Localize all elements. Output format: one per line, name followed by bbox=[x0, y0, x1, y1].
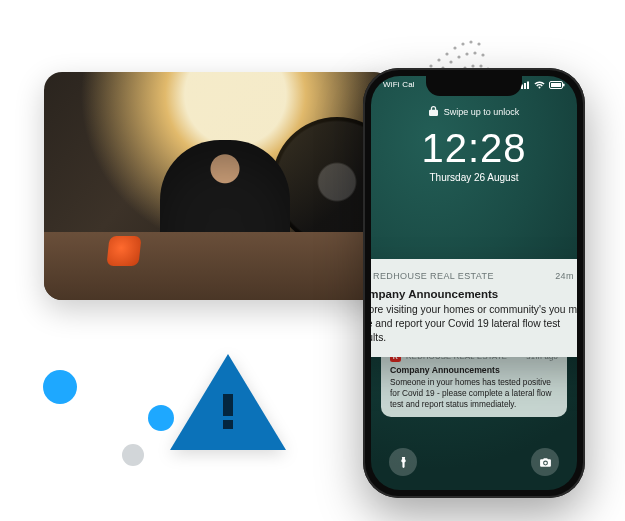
svg-point-15 bbox=[481, 53, 484, 56]
accent-dot bbox=[43, 370, 77, 404]
svg-point-6 bbox=[469, 40, 472, 43]
svg-rect-30 bbox=[563, 83, 565, 86]
svg-rect-27 bbox=[527, 81, 529, 89]
svg-point-13 bbox=[465, 52, 468, 55]
lock-date: Thursday 26 August bbox=[371, 172, 577, 183]
notification-body: Someone in your homes has tested positiv… bbox=[390, 377, 558, 409]
svg-rect-29 bbox=[551, 83, 561, 87]
notification-expanded[interactable]: R REDHOUSE REAL ESTATE 24m ago Company A… bbox=[371, 259, 577, 357]
stage: WiFi Cal Swipe up to unlo bbox=[0, 0, 625, 521]
notification-body: Before visiting your homes or community'… bbox=[371, 303, 577, 345]
camera-button[interactable] bbox=[531, 448, 559, 476]
swipe-label: Swipe up to unlock bbox=[444, 107, 520, 117]
svg-point-7 bbox=[477, 42, 480, 45]
lock-clock: 12:28 bbox=[371, 126, 577, 171]
svg-point-5 bbox=[461, 42, 464, 45]
notch bbox=[426, 76, 522, 96]
svg-point-14 bbox=[473, 51, 476, 54]
svg-point-4 bbox=[453, 46, 456, 49]
svg-rect-26 bbox=[524, 83, 526, 89]
svg-point-11 bbox=[449, 60, 452, 63]
notification-title: Company Announcements bbox=[371, 288, 577, 300]
app-name: REDHOUSE REAL ESTATE bbox=[373, 271, 494, 281]
svg-point-2 bbox=[437, 58, 440, 61]
notification-time: 24m ago bbox=[555, 271, 577, 281]
accent-dot bbox=[122, 444, 144, 466]
lock-screen[interactable]: WiFi Cal Swipe up to unlo bbox=[371, 76, 577, 490]
wifi-icon bbox=[534, 81, 545, 89]
flashlight-button[interactable] bbox=[389, 448, 417, 476]
battery-icon bbox=[549, 81, 565, 89]
lock-icon bbox=[429, 106, 438, 118]
accent-dot bbox=[148, 405, 174, 431]
notification-title: Company Announcements bbox=[390, 365, 558, 375]
svg-point-3 bbox=[445, 52, 448, 55]
svg-point-12 bbox=[457, 55, 460, 58]
alert-triangle-icon bbox=[170, 354, 286, 450]
phone-frame: WiFi Cal Swipe up to unlo bbox=[363, 68, 585, 498]
hero-photo bbox=[44, 72, 392, 300]
carrier-label: WiFi Cal bbox=[383, 80, 415, 89]
swipe-hint: Swipe up to unlock bbox=[371, 106, 577, 118]
